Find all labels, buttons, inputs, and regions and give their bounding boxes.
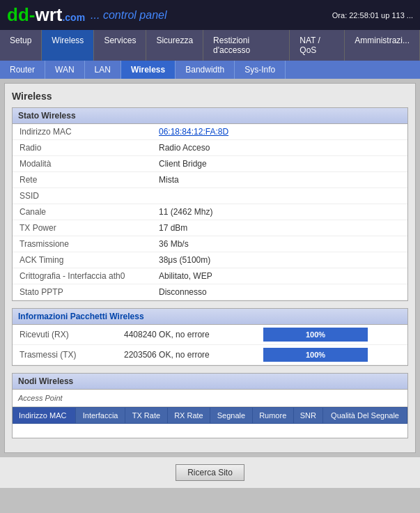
rx-progress-bar: 100% bbox=[263, 328, 368, 342]
nodi-section: Nodi Wireless Access Point Indirizzo MAC… bbox=[12, 373, 408, 438]
footer: Ricerca Sito bbox=[0, 457, 420, 488]
field-label: TX Power bbox=[13, 220, 152, 236]
table-header-row: Indirizzo MAC Interfaccia TX Rate RX Rat… bbox=[13, 408, 407, 424]
main-nav: Setup Wireless Services Sicurezza Restiz… bbox=[0, 30, 420, 61]
field-value: Client Bridge bbox=[152, 156, 407, 172]
table-row: ACK Timing 38μs (5100m) bbox=[13, 252, 407, 268]
subnav-sysinfo[interactable]: Sys-Info bbox=[235, 61, 286, 79]
field-label: Indirizzo MAC bbox=[13, 124, 152, 140]
field-label: SSID bbox=[13, 188, 152, 204]
logo-dd: dd- bbox=[7, 4, 35, 25]
header: dd-wrt.com ... control panel Ora: 22:58:… bbox=[0, 0, 420, 30]
sub-nav: Router WAN LAN Wireless Bandwidth Sys-In… bbox=[0, 61, 420, 79]
field-value: 17 dBm bbox=[152, 220, 407, 236]
field-label: Canale bbox=[13, 204, 152, 220]
field-label: Radio bbox=[13, 140, 152, 156]
field-value: 38μs (5100m) bbox=[152, 252, 407, 268]
table-row: Trasmessi (TX) 2203506 OK, no errore 100… bbox=[13, 345, 407, 365]
field-label: Trasmissione bbox=[13, 236, 152, 252]
subnav-wireless[interactable]: Wireless bbox=[121, 61, 176, 79]
nodi-header: Nodi Wireless bbox=[13, 374, 407, 390]
nodes-table: Indirizzo MAC Interfaccia TX Rate RX Rat… bbox=[13, 407, 407, 438]
field-label: Stato PPTP bbox=[13, 284, 152, 300]
col-qualita: Qualità Del Segnale bbox=[323, 408, 407, 424]
col-interfaccia: Interfaccia bbox=[75, 408, 125, 424]
nav-services[interactable]: Services bbox=[94, 30, 146, 61]
field-label: Crittografia - Interfaccia ath0 bbox=[13, 268, 152, 284]
table-row: Modalità Client Bridge bbox=[13, 156, 407, 172]
field-value: Disconnesso bbox=[152, 284, 407, 300]
stato-wireless-section: Stato Wireless Indirizzo MAC 06:18:84:12… bbox=[12, 107, 408, 301]
tx-progress-bar: 100% bbox=[263, 348, 368, 362]
col-segnale: Segnale bbox=[210, 408, 252, 424]
field-value: Abilitato, WEP bbox=[152, 268, 407, 284]
field-value: 11 (2462 Mhz) bbox=[152, 204, 407, 220]
field-label: Trasmessi (TX) bbox=[13, 345, 117, 365]
page-title: Wireless bbox=[12, 91, 408, 102]
col-rx-rate: RX Rate bbox=[167, 408, 210, 424]
table-row: Crittografia - Interfaccia ath0 Abilitat… bbox=[13, 268, 407, 284]
subnav-lan[interactable]: LAN bbox=[85, 61, 121, 79]
col-mac: Indirizzo MAC bbox=[13, 408, 76, 424]
field-label: ACK Timing bbox=[13, 252, 152, 268]
logo-text: dd-wrt.com bbox=[7, 4, 85, 26]
col-rumore: Rumore bbox=[252, 408, 293, 424]
progress-cell: 100% bbox=[256, 345, 407, 365]
empty-cell bbox=[13, 424, 407, 438]
header-time: Ora: 22:58:01 up 113 ... bbox=[332, 11, 413, 20]
pacchetti-section: Informazioni Pacchetti Wireless Ricevuti… bbox=[12, 308, 408, 366]
progress-cell: 100% bbox=[256, 325, 407, 345]
col-snr: SNR bbox=[293, 408, 322, 424]
empty-row bbox=[13, 424, 407, 438]
table-row: TX Power 17 dBm bbox=[13, 220, 407, 236]
stato-wireless-header: Stato Wireless bbox=[13, 108, 407, 124]
field-value: Radio Acceso bbox=[152, 140, 407, 156]
search-site-button[interactable]: Ricerca Sito bbox=[176, 464, 244, 481]
pacchetti-table: Ricevuti (RX) 4408240 OK, no errore 100%… bbox=[13, 325, 407, 365]
field-label: Ricevuti (RX) bbox=[13, 325, 117, 345]
subnav-router[interactable]: Router bbox=[0, 61, 45, 79]
field-value: 2203506 OK, no errore bbox=[117, 345, 256, 365]
nav-setup[interactable]: Setup bbox=[0, 30, 42, 61]
logo: dd-wrt.com ... control panel bbox=[7, 4, 167, 26]
nav-nat-qos[interactable]: NAT / QoS bbox=[290, 30, 345, 61]
field-value: 4408240 OK, no errore bbox=[117, 325, 256, 345]
table-row: Canale 11 (2462 Mhz) bbox=[13, 204, 407, 220]
col-tx-rate: TX Rate bbox=[125, 408, 167, 424]
field-value bbox=[152, 188, 407, 204]
field-value: 36 Mb/s bbox=[152, 236, 407, 252]
nav-restizioni[interactable]: Restizioni d'accesso bbox=[203, 30, 290, 61]
logo-panel: ... control panel bbox=[91, 9, 166, 22]
pacchetti-header: Informazioni Pacchetti Wireless bbox=[13, 309, 407, 325]
nav-sicurezza[interactable]: Sicurezza bbox=[146, 30, 203, 61]
table-row: Ricevuti (RX) 4408240 OK, no errore 100% bbox=[13, 325, 407, 345]
nav-wireless[interactable]: Wireless bbox=[42, 30, 94, 61]
table-row: SSID bbox=[13, 188, 407, 204]
logo-wrt: wrt bbox=[35, 4, 62, 25]
field-value: Mista bbox=[152, 172, 407, 188]
mac-address-link[interactable]: 06:18:84:12:FA:8D bbox=[159, 127, 228, 137]
nav-amministrazi[interactable]: Amministrazi... bbox=[345, 30, 420, 61]
field-value: 06:18:84:12:FA:8D bbox=[152, 124, 407, 140]
access-point-label: Access Point bbox=[13, 390, 407, 407]
table-row: Indirizzo MAC 06:18:84:12:FA:8D bbox=[13, 124, 407, 140]
table-row: Rete Mista bbox=[13, 172, 407, 188]
field-label: Rete bbox=[13, 172, 152, 188]
table-row: Trasmissione 36 Mb/s bbox=[13, 236, 407, 252]
table-row: Radio Radio Acceso bbox=[13, 140, 407, 156]
field-label: Modalità bbox=[13, 156, 152, 172]
subnav-bandwidth[interactable]: Bandwidth bbox=[176, 61, 235, 79]
stato-wireless-table: Indirizzo MAC 06:18:84:12:FA:8D Radio Ra… bbox=[13, 124, 407, 300]
logo-com: .com bbox=[62, 12, 85, 23]
subnav-wan[interactable]: WAN bbox=[45, 61, 85, 79]
table-row: Stato PPTP Disconnesso bbox=[13, 284, 407, 300]
content-area: Wireless Stato Wireless Indirizzo MAC 06… bbox=[4, 83, 416, 453]
